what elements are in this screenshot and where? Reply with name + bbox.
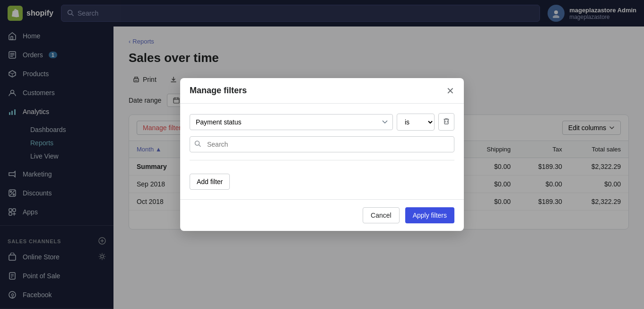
modal-footer: Cancel Apply filters: [180, 199, 464, 231]
manage-filters-modal: Manage filters ✕ Payment status Fulfillm…: [180, 78, 464, 231]
modal-title: Manage filters: [190, 86, 247, 96]
filter-field-select[interactable]: Payment status Fulfillment status Channe…: [190, 114, 393, 130]
modal-body: Payment status Fulfillment status Channe…: [180, 104, 464, 199]
modal-overlay: Manage filters ✕ Payment status Fulfillm…: [0, 0, 644, 309]
svg-line-41: [199, 145, 201, 147]
filter-condition-row: Payment status Fulfillment status Channe…: [190, 113, 454, 131]
close-icon: ✕: [446, 86, 454, 96]
add-filter-button[interactable]: Add filter: [190, 174, 230, 190]
modal-header: Manage filters ✕: [180, 78, 464, 104]
filter-operator-select[interactable]: is is not: [397, 114, 435, 131]
modal-close-button[interactable]: ✕: [446, 86, 454, 96]
filter-search-wrapper: [190, 136, 454, 152]
filter-search-icon: [194, 141, 201, 149]
cancel-button[interactable]: Cancel: [363, 207, 400, 223]
filter-delete-button[interactable]: [438, 113, 454, 131]
filter-search-input[interactable]: [190, 136, 454, 152]
trash-icon: [443, 117, 450, 126]
apply-filters-button[interactable]: Apply filters: [405, 207, 454, 223]
